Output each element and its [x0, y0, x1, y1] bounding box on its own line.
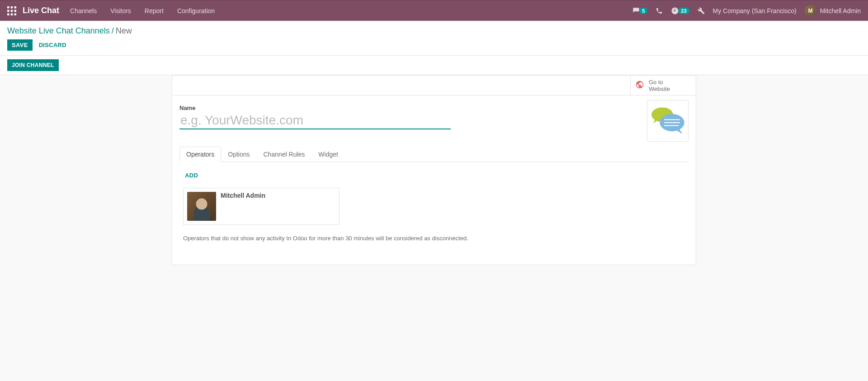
apps-icon[interactable] — [7, 6, 16, 15]
tab-widget[interactable]: Widget — [311, 147, 345, 162]
operator-avatar — [187, 192, 216, 221]
status-bar: JOIN CHANNEL — [0, 56, 868, 75]
nav-menu: Channels Visitors Report Configuration — [70, 7, 215, 14]
nav-report[interactable]: Report — [145, 7, 164, 14]
breadcrumb-parent[interactable]: Website Live Chat Channels — [7, 26, 110, 35]
svg-rect-3 — [7, 10, 9, 11]
channel-image[interactable] — [647, 100, 689, 142]
operator-name: Mitchell Admin — [221, 192, 265, 221]
activities-badge: 23 — [678, 8, 689, 14]
svg-rect-7 — [11, 13, 13, 15]
svg-rect-0 — [7, 6, 9, 8]
nav-right: 5 23 My Company (San Francisco) M Mitche… — [632, 5, 861, 17]
name-label: Name — [179, 105, 689, 111]
app-title[interactable]: Live Chat — [23, 6, 59, 15]
control-panel: Website Live Chat Channels/New SAVE DISC… — [0, 21, 868, 56]
debug-icon[interactable] — [698, 7, 705, 14]
tab-operators[interactable]: Operators — [179, 147, 221, 162]
breadcrumb-current: New — [116, 26, 132, 35]
svg-rect-6 — [7, 13, 9, 15]
user-menu[interactable]: M Mitchell Admin — [805, 5, 861, 17]
company-switcher[interactable]: My Company (San Francisco) — [713, 7, 797, 14]
nav-configuration[interactable]: Configuration — [177, 7, 215, 14]
discard-button[interactable]: DISCARD — [34, 39, 71, 51]
phone-icon — [656, 7, 663, 14]
chat-bubbles-icon — [650, 104, 686, 138]
breadcrumb-sep: / — [112, 26, 114, 35]
nav-channels[interactable]: Channels — [70, 7, 97, 14]
svg-rect-1 — [11, 6, 13, 8]
top-nav: Live Chat Channels Visitors Report Confi… — [0, 0, 868, 21]
user-name: Mitchell Admin — [820, 7, 861, 14]
activities-menu[interactable]: 23 — [671, 7, 689, 15]
add-operator-button[interactable]: ADD — [183, 169, 200, 181]
tab-options[interactable]: Options — [221, 147, 256, 162]
cp-buttons: SAVE DISCARD — [7, 39, 861, 51]
tab-pane-operators: ADD Mitchell Admin Operators that do not… — [179, 162, 689, 249]
tab-channel-rules[interactable]: Channel Rules — [257, 147, 312, 162]
form-body: Name Operators Options Channel Rules Wid… — [172, 95, 696, 260]
nav-visitors[interactable]: Visitors — [110, 7, 131, 14]
stat-line1: Go to — [649, 79, 670, 86]
voip-icon[interactable] — [656, 7, 663, 14]
svg-rect-2 — [14, 6, 16, 8]
stat-text: Go to Website — [649, 79, 670, 92]
form-sheet-bg: Go to Website Name Opera — [0, 75, 868, 276]
form-sheet: Go to Website Name Opera — [172, 75, 696, 265]
tabs: Operators Options Channel Rules Widget — [179, 147, 689, 162]
operators-help-text: Operators that do not show any activity … — [183, 235, 685, 242]
svg-rect-5 — [14, 10, 16, 11]
user-avatar: M — [805, 5, 816, 17]
operator-card[interactable]: Mitchell Admin — [183, 188, 340, 225]
save-button[interactable]: SAVE — [7, 39, 33, 51]
name-input[interactable] — [179, 112, 451, 129]
breadcrumb: Website Live Chat Channels/New — [7, 26, 861, 36]
stat-line2: Website — [649, 86, 670, 92]
svg-rect-4 — [11, 10, 13, 11]
messaging-menu[interactable]: 5 — [632, 7, 647, 14]
tools-icon — [698, 7, 705, 14]
globe-icon — [635, 80, 644, 90]
button-box: Go to Website — [172, 76, 696, 95]
goto-website-button[interactable]: Go to Website — [630, 76, 696, 95]
join-channel-button[interactable]: JOIN CHANNEL — [7, 59, 59, 71]
svg-rect-8 — [14, 13, 16, 15]
messaging-badge: 5 — [639, 8, 647, 14]
